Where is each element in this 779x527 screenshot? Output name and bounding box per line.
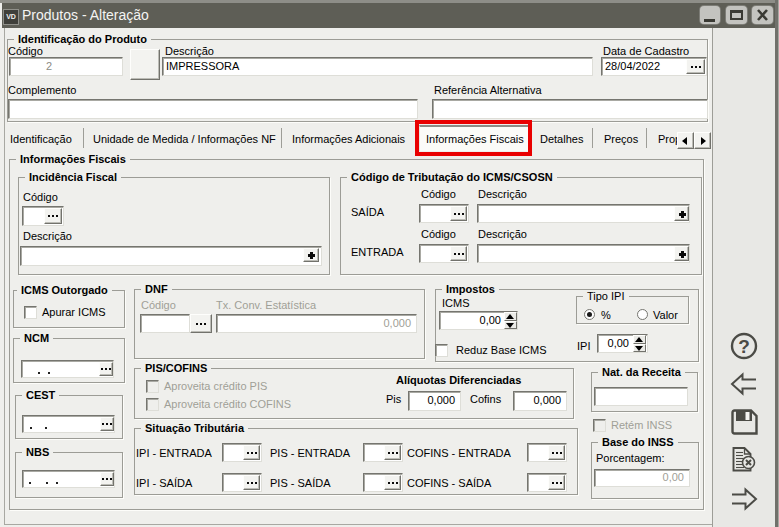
svg-text:?: ?: [738, 336, 750, 357]
